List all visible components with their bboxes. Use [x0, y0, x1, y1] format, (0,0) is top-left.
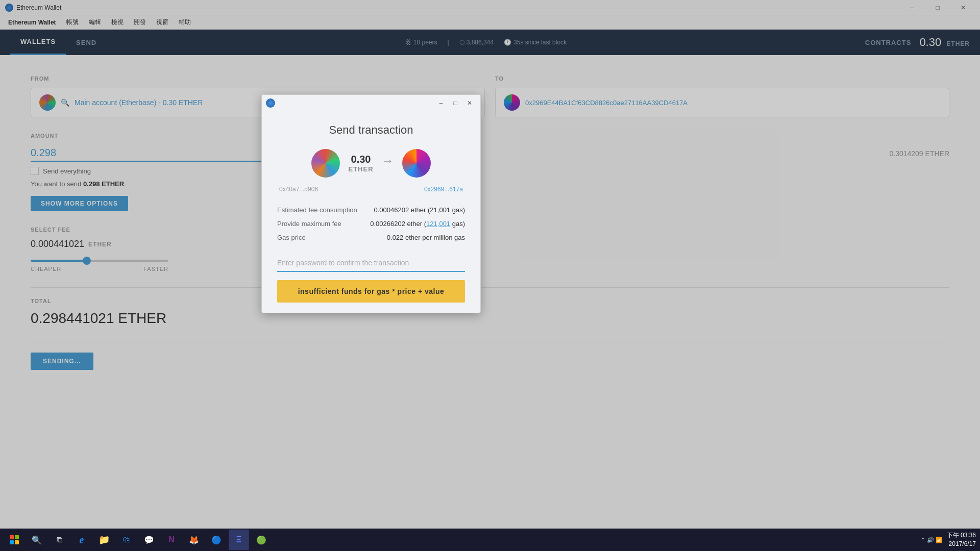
folder-button[interactable]: 📁: [94, 530, 114, 550]
transfer-amount: 0.30 ETHER: [348, 154, 373, 173]
modal-close-button[interactable]: ✕: [463, 98, 476, 108]
fee-value-1: 0.00266202 ether (121,001 gas): [370, 220, 465, 228]
taskbar: 🔍 ⧉ e 📁 🛍 💬 N 🦊 🔵 Ξ 🟢 ⌃ 🔊 📶 下午 03:36 201…: [0, 529, 980, 551]
search-button[interactable]: 🔍: [27, 530, 47, 550]
taskbar-right: ⌃ 🔊 📶 下午 03:36 2017/6/17: [921, 531, 976, 548]
transfer-unit: ETHER: [348, 165, 373, 173]
modal-minimize-button[interactable]: –: [434, 98, 448, 108]
transfer-arrow-icon: →: [382, 154, 394, 168]
transfer-row: 0.30 ETHER →: [277, 149, 465, 178]
password-input[interactable]: [277, 255, 465, 272]
firefox-button[interactable]: 🦊: [184, 530, 204, 550]
task-view-icon: ⧉: [57, 535, 62, 544]
fee-value-2: 0.022 ether per million gas: [387, 234, 465, 241]
modal-maximize-button[interactable]: □: [449, 98, 462, 108]
folder-icon: 📁: [99, 534, 110, 545]
task-view-button[interactable]: ⧉: [49, 530, 69, 550]
modal-icon: [266, 98, 275, 108]
gas-link[interactable]: 121,001: [426, 220, 450, 228]
wechat-button[interactable]: 💬: [139, 530, 159, 550]
from-addr-short: 0x40a7...d906: [279, 186, 318, 193]
wechat-icon: 💬: [144, 535, 154, 545]
store-button[interactable]: 🛍: [116, 530, 137, 550]
modal-title-bar: – □ ✕: [262, 95, 480, 111]
fee-row-0: Estimated fee consumption 0.00046202 eth…: [277, 203, 465, 217]
modal-body: Send transaction 0.30 ETHER → 0x40a7...d…: [262, 111, 480, 313]
fee-row-1: Provide maximum fee 0.00266202 ether (12…: [277, 217, 465, 231]
to-addr-short[interactable]: 0x2969...617a: [424, 186, 463, 193]
clock-time: 下午 03:36: [947, 531, 976, 540]
ethereum-icon: Ξ: [236, 535, 241, 544]
onenote-icon: N: [168, 535, 175, 544]
chrome2-icon: 🟢: [256, 535, 266, 545]
transfer-addresses: 0x40a7...d906 0x2969...617a: [277, 186, 465, 193]
transfer-value: 0.30: [351, 154, 371, 165]
system-tray: ⌃ 🔊 📶: [921, 537, 943, 543]
taskbar-clock: 下午 03:36 2017/6/17: [947, 531, 976, 548]
modal-overlay[interactable]: [0, 0, 980, 551]
modal-from-avatar: [311, 149, 340, 178]
chrome-button[interactable]: 🔵: [206, 530, 227, 550]
modal-to-avatar: [402, 149, 431, 178]
ie-icon: e: [80, 534, 84, 546]
firefox-icon: 🦊: [189, 535, 199, 545]
fee-label-1: Provide maximum fee: [277, 220, 341, 228]
fee-label-2: Gas price: [277, 234, 306, 241]
ie-button[interactable]: e: [71, 530, 92, 550]
send-transaction-modal: – □ ✕ Send transaction 0.30 ETHER → 0x40…: [261, 94, 481, 313]
fee-info-table: Estimated fee consumption 0.00046202 eth…: [277, 203, 465, 244]
chrome2-button[interactable]: 🟢: [251, 530, 272, 550]
chrome-icon: 🔵: [211, 535, 222, 545]
fee-value-0: 0.00046202 ether (21,001 gas): [374, 206, 465, 214]
start-button[interactable]: [4, 530, 24, 550]
modal-heading: Send transaction: [277, 123, 465, 137]
insufficient-funds-button[interactable]: insufficient funds for gas * price + val…: [277, 280, 465, 303]
fee-label-0: Estimated fee consumption: [277, 206, 357, 214]
onenote-button[interactable]: N: [161, 530, 182, 550]
windows-logo-icon: [10, 535, 19, 544]
search-icon: 🔍: [32, 535, 42, 545]
clock-date: 2017/6/17: [947, 540, 976, 548]
modal-controls: – □ ✕: [434, 98, 476, 108]
store-icon: 🛍: [122, 535, 131, 544]
ethereum-button[interactable]: Ξ: [229, 530, 249, 550]
fee-row-2: Gas price 0.022 ether per million gas: [277, 231, 465, 244]
